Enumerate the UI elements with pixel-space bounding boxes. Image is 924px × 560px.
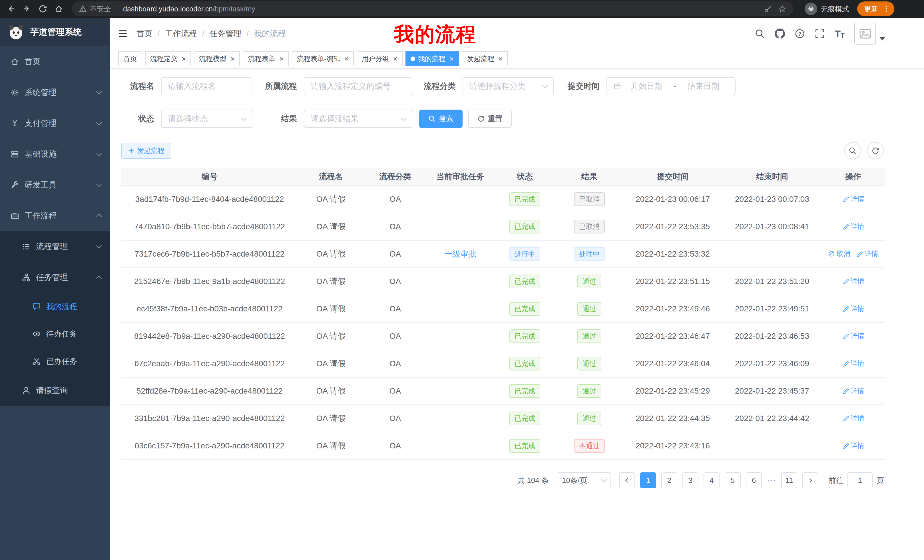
avatar-caret-icon[interactable] bbox=[879, 37, 885, 40]
breadcrumb-home[interactable]: 首页 bbox=[136, 28, 153, 39]
sidebar-item-payment[interactable]: 支付管理 bbox=[0, 108, 110, 139]
tab-close-icon[interactable]: × bbox=[279, 55, 284, 63]
tab-close-icon[interactable]: × bbox=[344, 55, 349, 63]
page-button-3[interactable]: 3 bbox=[682, 472, 698, 488]
tab-process-form-edit[interactable]: 流程表单-编辑× bbox=[292, 51, 354, 66]
jump-page-input[interactable]: 1 bbox=[848, 472, 873, 488]
more-pages-icon[interactable]: ··· bbox=[767, 476, 776, 485]
page: 不安全 dashboard.yudao.iocoder.cn/bpm/task/… bbox=[0, 0, 924, 560]
submit-time-range-picker[interactable]: 开始日期 - 结束日期 bbox=[606, 77, 735, 95]
detail-link[interactable]: 详情 bbox=[856, 249, 878, 258]
reload-button[interactable] bbox=[36, 3, 49, 15]
chevron-up-icon bbox=[96, 276, 102, 281]
tab-process-model[interactable]: 流程模型× bbox=[194, 51, 240, 66]
detail-link[interactable]: 详情 bbox=[842, 386, 864, 395]
tab-close-icon[interactable]: × bbox=[230, 55, 235, 63]
page-button-4[interactable]: 4 bbox=[704, 472, 720, 488]
detail-link[interactable]: 详情 bbox=[842, 222, 864, 231]
password-key-icon[interactable] bbox=[764, 5, 772, 13]
initiate-process-button[interactable]: 发起流程 bbox=[121, 143, 171, 159]
page-button-5[interactable]: 5 bbox=[725, 472, 741, 488]
home-button[interactable] bbox=[52, 3, 65, 15]
tab-user-group[interactable]: 用户分组× bbox=[357, 51, 403, 66]
avatar[interactable] bbox=[854, 23, 876, 45]
back-button[interactable] bbox=[4, 3, 17, 15]
tab-close-icon[interactable]: × bbox=[449, 55, 454, 63]
sidebar-item-leave-query[interactable]: 请假查询 bbox=[0, 375, 110, 406]
page-button-6[interactable]: 6 bbox=[746, 472, 762, 488]
org-tree-icon bbox=[22, 273, 31, 282]
tab-close-icon[interactable]: × bbox=[182, 55, 186, 63]
refresh-table-button[interactable] bbox=[867, 142, 884, 159]
browser-menu-icon[interactable] bbox=[882, 5, 890, 13]
prev-page-button[interactable] bbox=[619, 472, 635, 488]
process-name-input[interactable]: 请输入流程名 bbox=[161, 77, 252, 95]
status-badge: 进行中 bbox=[509, 247, 540, 261]
sidebar-item-dev-tools[interactable]: 研发工具 bbox=[0, 169, 110, 201]
sidebar-collapse-icon[interactable] bbox=[118, 28, 128, 39]
scissors-icon bbox=[32, 357, 41, 366]
page-button-2[interactable]: 2 bbox=[661, 472, 677, 488]
process-category-select[interactable]: 请选择流程分类 bbox=[463, 77, 554, 95]
workflow-submenu: 流程管理 任务管理 我的流程 待办任务 已办 bbox=[0, 231, 110, 406]
tab-process-definition[interactable]: 流程定义× bbox=[145, 51, 191, 66]
sidebar-item-done-tasks[interactable]: 已办任务 bbox=[0, 347, 110, 375]
toggle-search-button[interactable] bbox=[844, 142, 861, 159]
search-button[interactable]: 搜索 bbox=[419, 109, 463, 128]
edit-icon bbox=[842, 196, 849, 202]
incognito-profile-chip[interactable]: 无痕模式 bbox=[805, 3, 849, 15]
sidebar-item-workflow[interactable]: 工作流程 bbox=[0, 201, 110, 231]
sidebar-item-infrastructure[interactable]: 基础设施 bbox=[0, 139, 110, 169]
breadcrumb-task-management[interactable]: 任务管理 bbox=[210, 28, 242, 39]
detail-link[interactable]: 详情 bbox=[842, 413, 864, 423]
page-button-11[interactable]: 11 bbox=[781, 472, 797, 488]
tab-process-form[interactable]: 流程表单× bbox=[243, 51, 289, 66]
tab-close-icon[interactable]: × bbox=[393, 55, 398, 63]
col-result: 结果 bbox=[556, 168, 623, 186]
process-definition-input[interactable]: 请输入流程定义的编号 bbox=[304, 77, 412, 95]
home-icon bbox=[10, 57, 20, 66]
cancel-link[interactable]: 取消 bbox=[828, 249, 850, 258]
date-start-placeholder: 开始日期 bbox=[621, 81, 672, 91]
chevron-down-icon bbox=[96, 243, 102, 249]
next-page-button[interactable] bbox=[802, 472, 818, 488]
sidebar-item-task-management[interactable]: 任务管理 bbox=[0, 262, 110, 293]
detail-link[interactable]: 详情 bbox=[842, 441, 864, 450]
font-size-icon[interactable]: TT bbox=[835, 28, 844, 39]
tab-close-icon[interactable]: × bbox=[498, 55, 502, 63]
page-button-1[interactable]: 1 bbox=[640, 472, 656, 488]
detail-link[interactable]: 详情 bbox=[842, 359, 864, 368]
result-badge: 通过 bbox=[578, 357, 602, 370]
sidebar-item-home[interactable]: 首页 bbox=[0, 46, 110, 77]
tab-my-processes[interactable]: 我的流程× bbox=[405, 51, 459, 66]
current-task-link[interactable]: 一级审批 bbox=[444, 250, 476, 258]
fullscreen-icon[interactable] bbox=[814, 28, 825, 39]
status-select[interactable]: 请选择状态 bbox=[161, 109, 252, 128]
status-badge: 已完成 bbox=[509, 329, 540, 343]
result-select[interactable]: 请选择流结果 bbox=[304, 109, 412, 128]
detail-link[interactable]: 详情 bbox=[842, 304, 864, 313]
detail-link[interactable]: 详情 bbox=[842, 277, 864, 286]
sidebar-item-process-management[interactable]: 流程管理 bbox=[0, 231, 110, 262]
search-icon[interactable] bbox=[754, 28, 765, 39]
address-bar[interactable]: 不安全 dashboard.yudao.iocoder.cn/bpm/task/… bbox=[72, 1, 793, 16]
jump-unit: 页 bbox=[877, 476, 884, 485]
bookmark-star-icon[interactable] bbox=[778, 5, 786, 13]
tab-home[interactable]: 首页 bbox=[118, 51, 142, 66]
breadcrumb-workflow[interactable]: 工作流程 bbox=[165, 28, 197, 39]
incognito-icon bbox=[805, 3, 817, 15]
browser-update-button[interactable]: 更新 bbox=[857, 1, 894, 16]
content: 流程名 请输入流程名 所属流程 请输入流程定义的编号 流程分类 请选择流程分类 … bbox=[110, 69, 924, 560]
tab-initiate-process[interactable]: 发起流程× bbox=[462, 51, 508, 66]
help-icon[interactable]: ? bbox=[795, 28, 805, 39]
github-icon[interactable] bbox=[775, 28, 785, 39]
forward-button[interactable] bbox=[21, 3, 33, 15]
sidebar-item-system[interactable]: 系统管理 bbox=[0, 77, 110, 108]
sidebar-item-todo-tasks[interactable]: 待办任务 bbox=[0, 320, 110, 347]
table-row: 3ad174fb-7b9d-11ec-8404-acde48001122 OA … bbox=[121, 186, 885, 213]
sidebar-item-my-processes[interactable]: 我的流程 bbox=[0, 293, 110, 320]
detail-link[interactable]: 详情 bbox=[842, 195, 864, 204]
detail-link[interactable]: 详情 bbox=[842, 331, 864, 340]
page-size-select[interactable]: 10条/页 bbox=[557, 472, 611, 488]
reset-button[interactable]: 重置 bbox=[468, 109, 512, 128]
